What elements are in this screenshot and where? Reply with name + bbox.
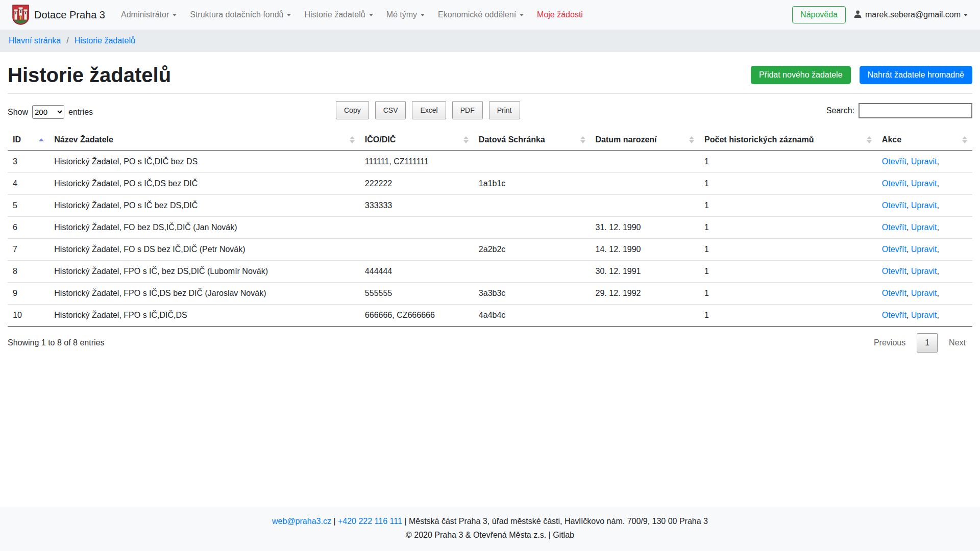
open-link[interactable]: Otevřít [882,179,906,188]
edit-link[interactable]: Upravit [911,311,937,319]
table-row: 9Historický Žadatel, FPO s IČ,DS bez DIČ… [8,283,972,305]
nav-item-label: Ekonomické oddělení [438,10,516,19]
cell-akce: Otevřít, Upravit, [877,305,972,327]
title-buttons: Přidat nového žadatele Nahrát žadatele h… [751,66,972,84]
open-link[interactable]: Otevřít [882,201,906,210]
cell-nazev: Historický Žadatel, FO bez DS,IČ,DIČ (Ja… [49,217,360,239]
table-body: 3Historický Žadatel, PO s IČ,DIČ bez DS1… [8,151,972,327]
bulk-upload-button[interactable]: Nahrát žadatele hromadně [860,66,972,84]
nav-item[interactable]: Administrátor [114,6,183,23]
column-header-id[interactable]: ID [8,129,49,151]
open-link[interactable]: Otevřít [882,245,906,254]
export-pdf-button[interactable]: PDF [452,101,483,119]
current-page-button[interactable]: 1 [917,333,938,353]
brand[interactable]: Dotace Praha 3 [12,5,105,25]
action-separator: , [937,289,939,297]
breadcrumb-separator: / [66,36,68,45]
cell-ico: 222222 [360,173,474,195]
action-separator: , [906,223,911,232]
chevron-down-icon [964,14,968,16]
page-length-select[interactable]: 200 [32,105,64,119]
sort-both-icon [867,136,872,143]
edit-link[interactable]: Upravit [911,267,937,276]
cell-nazev: Historický Žadatel, FPO s IČ,DIČ,DS [49,305,360,327]
column-header-ds[interactable]: Datová Schránka [474,129,591,151]
nav-item-label: Administrátor [121,10,169,19]
open-link[interactable]: Otevřít [882,157,906,166]
footer-email-link[interactable]: web@praha3.cz [272,517,331,525]
chevron-down-icon [520,14,524,16]
cell-ds: 2a2b2c [474,239,591,261]
action-separator: , [937,179,939,188]
help-button[interactable]: Nápověda [792,6,846,23]
entries-info: Showing 1 to 8 of 8 entries [8,338,104,347]
next-page-button[interactable]: Next [942,334,972,352]
search-input[interactable] [859,103,972,118]
action-separator: , [937,223,939,232]
table-row: 10Historický Žadatel, FPO s IČ,DIČ,DS666… [8,305,972,327]
applicants-table: IDNázev ŽadateleIČO/DIČDatová SchránkaDa… [8,129,972,327]
breadcrumb-link[interactable]: Hlavní stránka [9,36,61,45]
open-link[interactable]: Otevřít [882,289,906,297]
previous-page-button[interactable]: Previous [867,334,912,352]
cell-nazev: Historický Žadatel, FPO s IČ, bez DS,DIČ… [49,261,360,283]
footer-phone-link[interactable]: +420 222 116 111 [338,517,402,525]
breadcrumb-link[interactable]: Historie žadatelů [75,36,135,45]
export-print-button[interactable]: Print [489,101,520,119]
footer-separator: | [333,517,338,525]
edit-link[interactable]: Upravit [911,223,937,232]
export-csv-button[interactable]: CSV [375,101,406,119]
search-control: Search: [826,103,972,118]
footer-address: Městská část Praha 3, úřad městské části… [409,517,708,525]
user-menu[interactable]: marek.sebera@gmail.com [853,10,968,20]
column-header-ico[interactable]: IČO/DIČ [360,129,474,151]
cell-id: 10 [8,305,49,327]
open-link[interactable]: Otevřít [882,311,906,319]
column-header-nazev[interactable]: Název Žadatele [49,129,360,151]
chevron-down-icon [173,14,177,16]
column-header-datum[interactable]: Datum narození [591,129,700,151]
cell-pocet: 1 [699,261,877,283]
cell-akce: Otevřít, Upravit, [877,283,972,305]
cell-nazev: Historický Žadatel, PO s IČ,DIČ bez DS [49,151,360,173]
action-separator: , [937,267,939,276]
action-separator: , [937,245,939,254]
nav-item[interactable]: Struktura dotačních fondů [183,6,298,23]
export-copy-button[interactable]: Copy [336,101,369,119]
cell-datum [591,151,700,173]
cell-pocet: 1 [699,283,877,305]
nav-item[interactable]: Historie žadatelů [298,6,379,23]
cell-datum [591,305,700,327]
nav-item-label: Historie žadatelů [304,10,365,19]
nav-item[interactable]: Ekonomické oddělení [431,6,530,23]
edit-link[interactable]: Upravit [911,157,937,166]
action-separator: , [906,289,911,297]
table-footer: Showing 1 to 8 of 8 entries Previous 1 N… [8,333,972,353]
nav-item[interactable]: Mé týmy [380,6,431,23]
sort-both-icon [962,136,967,143]
edit-link[interactable]: Upravit [911,245,937,254]
cell-ico: 111111, CZ111111 [360,151,474,173]
open-link[interactable]: Otevřít [882,223,906,232]
breadcrumb-bar: Hlavní stránka/Historie žadatelů [0,30,980,52]
nav-item[interactable]: Moje žádosti [530,6,590,23]
export-excel-button[interactable]: Excel [412,101,446,119]
edit-link[interactable]: Upravit [911,201,937,210]
open-link[interactable]: Otevřít [882,267,906,276]
main-content: Historie žadatelů Přidat nového žadatele… [0,52,980,507]
column-header-pocet[interactable]: Počet historických záznamů [699,129,877,151]
table-row: 7Historický Žadatel, FO s DS bez IČ,DIČ … [8,239,972,261]
action-separator: , [937,157,939,166]
praha3-coat-of-arms-icon [12,5,29,25]
action-separator: , [906,157,911,166]
column-header-akce[interactable]: Akce [877,129,972,151]
nav-item-label: Mé týmy [386,10,417,19]
cell-pocet: 1 [699,217,877,239]
add-applicant-button[interactable]: Přidat nového žadatele [751,66,851,84]
cell-id: 7 [8,239,49,261]
edit-link[interactable]: Upravit [911,179,937,188]
cell-ico: 444444 [360,261,474,283]
sort-both-icon [689,136,694,143]
edit-link[interactable]: Upravit [911,289,937,297]
cell-akce: Otevřít, Upravit, [877,173,972,195]
